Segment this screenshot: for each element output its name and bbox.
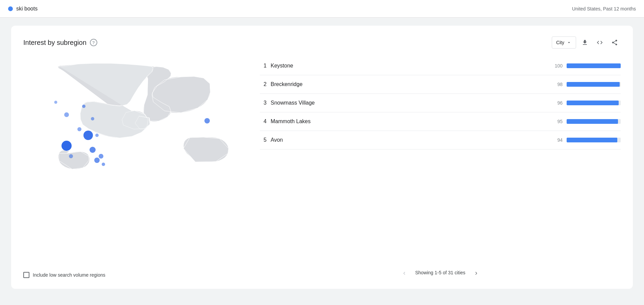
prev-page-button[interactable]: ‹ xyxy=(399,267,410,278)
share-button[interactable] xyxy=(609,36,621,49)
ranking-item: 5 Avon 94 xyxy=(260,131,621,149)
rank-name: Keystone xyxy=(271,63,546,69)
rank-number: 2 xyxy=(260,81,267,87)
next-page-button[interactable]: › xyxy=(471,267,481,278)
top-bar: ski boots United States, Past 12 months xyxy=(0,0,644,18)
checkbox-row: Include low search volume regions xyxy=(23,272,246,278)
checkbox-label: Include low search volume regions xyxy=(33,272,105,278)
us-map-shapes xyxy=(58,63,228,169)
rank-bar xyxy=(567,101,619,105)
rank-bar-container xyxy=(567,82,621,87)
rank-score: 95 xyxy=(550,119,563,124)
card-title-row: Interest by subregion ? xyxy=(23,39,97,47)
pagination: ‹ Showing 1-5 of 31 cities › xyxy=(260,267,621,278)
card-title: Interest by subregion xyxy=(23,39,86,47)
rank-name: Mammoth Lakes xyxy=(271,118,546,124)
top-bar-context: United States, Past 12 months xyxy=(572,6,636,11)
search-term: ski boots xyxy=(16,6,38,12)
ranking-item: 2 Breckenridge 98 xyxy=(260,75,621,94)
rank-bar xyxy=(567,119,618,124)
download-button[interactable] xyxy=(579,36,591,49)
main-content: Interest by subregion ? City xyxy=(0,18,644,305)
pagination-label: Showing 1-5 of 31 cities xyxy=(415,270,466,275)
rank-bar xyxy=(567,63,621,68)
low-volume-checkbox[interactable] xyxy=(23,272,29,278)
top-bar-left: ski boots xyxy=(8,6,38,12)
card-controls: City xyxy=(552,36,621,49)
ranking-item: 4 Mammoth Lakes 95 xyxy=(260,112,621,131)
rank-number: 5 xyxy=(260,137,267,143)
map-area: Include low search volume regions xyxy=(23,57,246,278)
rank-bar-container xyxy=(567,138,621,142)
rank-name: Snowmass Village xyxy=(271,100,546,106)
rankings-list: 1 Keystone 100 2 Breckenridge 98 3 Snowm… xyxy=(260,57,621,278)
ranking-item: 3 Snowmass Village 96 xyxy=(260,94,621,112)
rank-bar-container xyxy=(567,101,621,105)
city-dropdown[interactable]: City xyxy=(552,36,576,49)
rank-bar xyxy=(567,138,617,142)
rank-number: 4 xyxy=(260,118,267,124)
card-body: Include low search volume regions 1 Keys… xyxy=(23,57,621,278)
help-icon[interactable]: ? xyxy=(90,39,97,46)
rank-score: 98 xyxy=(550,82,563,87)
rank-number: 1 xyxy=(260,63,267,69)
rank-bar-container xyxy=(567,63,621,68)
rank-bar-container xyxy=(567,119,621,124)
rank-bar xyxy=(567,82,620,87)
map-container xyxy=(23,57,246,264)
us-map xyxy=(23,57,240,190)
download-icon xyxy=(581,39,588,46)
embed-button[interactable] xyxy=(594,36,606,49)
rank-name: Avon xyxy=(271,137,546,143)
rank-number: 3 xyxy=(260,100,267,106)
dropdown-label: City xyxy=(556,40,564,45)
blue-dot-icon xyxy=(8,6,13,11)
card-header: Interest by subregion ? City xyxy=(23,36,621,49)
card: Interest by subregion ? City xyxy=(11,26,633,289)
rank-score: 96 xyxy=(550,100,563,106)
ranking-item: 1 Keystone 100 xyxy=(260,57,621,75)
embed-icon xyxy=(596,39,603,46)
share-icon xyxy=(611,39,618,46)
rank-score: 100 xyxy=(550,63,563,68)
rank-score: 94 xyxy=(550,137,563,143)
chevron-down-icon xyxy=(566,40,572,45)
rank-name: Breckenridge xyxy=(271,81,546,87)
